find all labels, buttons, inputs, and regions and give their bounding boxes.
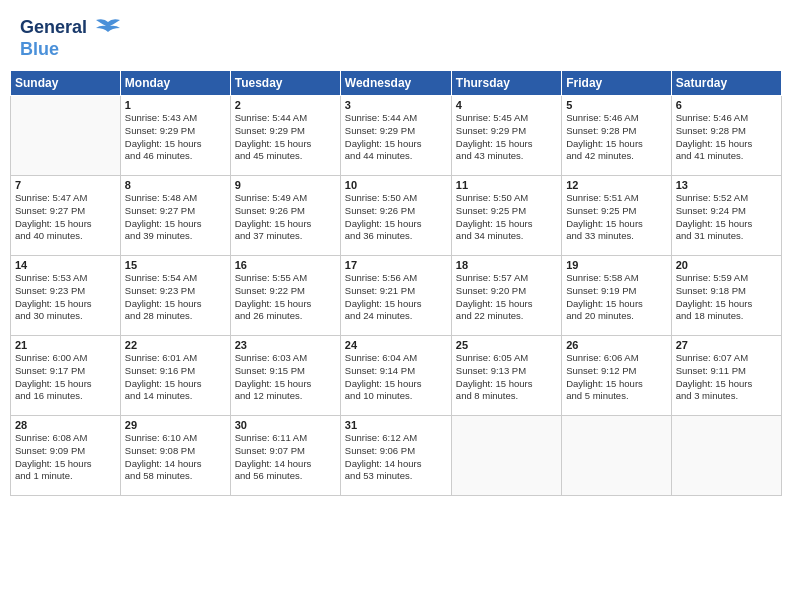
day-info: Sunrise: 5:43 AM Sunset: 9:29 PM Dayligh…	[125, 112, 226, 163]
calendar-cell: 22Sunrise: 6:01 AM Sunset: 9:16 PM Dayli…	[120, 336, 230, 416]
day-number: 16	[235, 259, 336, 271]
col-sunday: Sunday	[11, 71, 121, 96]
calendar-cell: 23Sunrise: 6:03 AM Sunset: 9:15 PM Dayli…	[230, 336, 340, 416]
day-info: Sunrise: 5:44 AM Sunset: 9:29 PM Dayligh…	[345, 112, 447, 163]
calendar-cell: 3Sunrise: 5:44 AM Sunset: 9:29 PM Daylig…	[340, 96, 451, 176]
calendar-cell: 29Sunrise: 6:10 AM Sunset: 9:08 PM Dayli…	[120, 416, 230, 496]
calendar-cell: 18Sunrise: 5:57 AM Sunset: 9:20 PM Dayli…	[451, 256, 561, 336]
day-number: 4	[456, 99, 557, 111]
calendar-cell: 11Sunrise: 5:50 AM Sunset: 9:25 PM Dayli…	[451, 176, 561, 256]
day-number: 28	[15, 419, 116, 431]
calendar-week-row: 21Sunrise: 6:00 AM Sunset: 9:17 PM Dayli…	[11, 336, 782, 416]
day-info: Sunrise: 5:47 AM Sunset: 9:27 PM Dayligh…	[15, 192, 116, 243]
day-info: Sunrise: 6:11 AM Sunset: 9:07 PM Dayligh…	[235, 432, 336, 483]
calendar-cell: 15Sunrise: 5:54 AM Sunset: 9:23 PM Dayli…	[120, 256, 230, 336]
day-number: 9	[235, 179, 336, 191]
calendar-header-row: Sunday Monday Tuesday Wednesday Thursday…	[11, 71, 782, 96]
logo-bird-icon	[94, 18, 122, 40]
page-header: General Blue	[10, 10, 782, 64]
day-info: Sunrise: 6:01 AM Sunset: 9:16 PM Dayligh…	[125, 352, 226, 403]
day-info: Sunrise: 5:45 AM Sunset: 9:29 PM Dayligh…	[456, 112, 557, 163]
calendar-cell: 6Sunrise: 5:46 AM Sunset: 9:28 PM Daylig…	[671, 96, 781, 176]
day-number: 25	[456, 339, 557, 351]
day-number: 17	[345, 259, 447, 271]
calendar-week-row: 28Sunrise: 6:08 AM Sunset: 9:09 PM Dayli…	[11, 416, 782, 496]
day-number: 15	[125, 259, 226, 271]
calendar-week-row: 1Sunrise: 5:43 AM Sunset: 9:29 PM Daylig…	[11, 96, 782, 176]
day-number: 8	[125, 179, 226, 191]
day-number: 22	[125, 339, 226, 351]
calendar-week-row: 14Sunrise: 5:53 AM Sunset: 9:23 PM Dayli…	[11, 256, 782, 336]
calendar-cell	[451, 416, 561, 496]
col-monday: Monday	[120, 71, 230, 96]
day-info: Sunrise: 5:50 AM Sunset: 9:25 PM Dayligh…	[456, 192, 557, 243]
calendar-cell: 1Sunrise: 5:43 AM Sunset: 9:29 PM Daylig…	[120, 96, 230, 176]
day-number: 10	[345, 179, 447, 191]
day-number: 27	[676, 339, 777, 351]
calendar-cell: 24Sunrise: 6:04 AM Sunset: 9:14 PM Dayli…	[340, 336, 451, 416]
calendar-cell: 16Sunrise: 5:55 AM Sunset: 9:22 PM Dayli…	[230, 256, 340, 336]
day-number: 1	[125, 99, 226, 111]
day-number: 20	[676, 259, 777, 271]
day-info: Sunrise: 6:12 AM Sunset: 9:06 PM Dayligh…	[345, 432, 447, 483]
day-number: 18	[456, 259, 557, 271]
day-info: Sunrise: 6:00 AM Sunset: 9:17 PM Dayligh…	[15, 352, 116, 403]
day-number: 29	[125, 419, 226, 431]
day-info: Sunrise: 5:56 AM Sunset: 9:21 PM Dayligh…	[345, 272, 447, 323]
day-info: Sunrise: 5:57 AM Sunset: 9:20 PM Dayligh…	[456, 272, 557, 323]
day-info: Sunrise: 5:58 AM Sunset: 9:19 PM Dayligh…	[566, 272, 666, 323]
calendar-cell	[562, 416, 671, 496]
calendar-cell	[671, 416, 781, 496]
calendar-cell: 9Sunrise: 5:49 AM Sunset: 9:26 PM Daylig…	[230, 176, 340, 256]
logo-blue: Blue	[20, 39, 59, 60]
day-info: Sunrise: 5:53 AM Sunset: 9:23 PM Dayligh…	[15, 272, 116, 323]
day-info: Sunrise: 5:46 AM Sunset: 9:28 PM Dayligh…	[566, 112, 666, 163]
day-info: Sunrise: 5:59 AM Sunset: 9:18 PM Dayligh…	[676, 272, 777, 323]
calendar-table: Sunday Monday Tuesday Wednesday Thursday…	[10, 70, 782, 496]
day-info: Sunrise: 6:03 AM Sunset: 9:15 PM Dayligh…	[235, 352, 336, 403]
day-number: 14	[15, 259, 116, 271]
day-info: Sunrise: 5:52 AM Sunset: 9:24 PM Dayligh…	[676, 192, 777, 243]
calendar-cell: 12Sunrise: 5:51 AM Sunset: 9:25 PM Dayli…	[562, 176, 671, 256]
day-info: Sunrise: 6:10 AM Sunset: 9:08 PM Dayligh…	[125, 432, 226, 483]
day-number: 2	[235, 99, 336, 111]
day-number: 30	[235, 419, 336, 431]
calendar-cell: 8Sunrise: 5:48 AM Sunset: 9:27 PM Daylig…	[120, 176, 230, 256]
day-number: 3	[345, 99, 447, 111]
day-number: 6	[676, 99, 777, 111]
col-friday: Friday	[562, 71, 671, 96]
calendar-cell: 4Sunrise: 5:45 AM Sunset: 9:29 PM Daylig…	[451, 96, 561, 176]
day-info: Sunrise: 6:07 AM Sunset: 9:11 PM Dayligh…	[676, 352, 777, 403]
calendar-cell: 5Sunrise: 5:46 AM Sunset: 9:28 PM Daylig…	[562, 96, 671, 176]
calendar-cell: 28Sunrise: 6:08 AM Sunset: 9:09 PM Dayli…	[11, 416, 121, 496]
col-saturday: Saturday	[671, 71, 781, 96]
day-number: 11	[456, 179, 557, 191]
day-info: Sunrise: 5:50 AM Sunset: 9:26 PM Dayligh…	[345, 192, 447, 243]
day-info: Sunrise: 5:51 AM Sunset: 9:25 PM Dayligh…	[566, 192, 666, 243]
calendar-cell: 17Sunrise: 5:56 AM Sunset: 9:21 PM Dayli…	[340, 256, 451, 336]
day-info: Sunrise: 6:05 AM Sunset: 9:13 PM Dayligh…	[456, 352, 557, 403]
day-info: Sunrise: 5:54 AM Sunset: 9:23 PM Dayligh…	[125, 272, 226, 323]
col-thursday: Thursday	[451, 71, 561, 96]
day-info: Sunrise: 5:46 AM Sunset: 9:28 PM Dayligh…	[676, 112, 777, 163]
day-number: 5	[566, 99, 666, 111]
calendar-cell: 7Sunrise: 5:47 AM Sunset: 9:27 PM Daylig…	[11, 176, 121, 256]
day-number: 21	[15, 339, 116, 351]
calendar-cell: 2Sunrise: 5:44 AM Sunset: 9:29 PM Daylig…	[230, 96, 340, 176]
day-info: Sunrise: 5:44 AM Sunset: 9:29 PM Dayligh…	[235, 112, 336, 163]
calendar-cell: 31Sunrise: 6:12 AM Sunset: 9:06 PM Dayli…	[340, 416, 451, 496]
day-number: 7	[15, 179, 116, 191]
day-info: Sunrise: 6:08 AM Sunset: 9:09 PM Dayligh…	[15, 432, 116, 483]
day-number: 23	[235, 339, 336, 351]
day-number: 26	[566, 339, 666, 351]
day-number: 19	[566, 259, 666, 271]
calendar-cell: 25Sunrise: 6:05 AM Sunset: 9:13 PM Dayli…	[451, 336, 561, 416]
day-info: Sunrise: 5:48 AM Sunset: 9:27 PM Dayligh…	[125, 192, 226, 243]
calendar-cell: 26Sunrise: 6:06 AM Sunset: 9:12 PM Dayli…	[562, 336, 671, 416]
day-info: Sunrise: 5:49 AM Sunset: 9:26 PM Dayligh…	[235, 192, 336, 243]
day-number: 31	[345, 419, 447, 431]
calendar-cell: 19Sunrise: 5:58 AM Sunset: 9:19 PM Dayli…	[562, 256, 671, 336]
day-info: Sunrise: 5:55 AM Sunset: 9:22 PM Dayligh…	[235, 272, 336, 323]
calendar-cell: 20Sunrise: 5:59 AM Sunset: 9:18 PM Dayli…	[671, 256, 781, 336]
calendar-cell: 10Sunrise: 5:50 AM Sunset: 9:26 PM Dayli…	[340, 176, 451, 256]
